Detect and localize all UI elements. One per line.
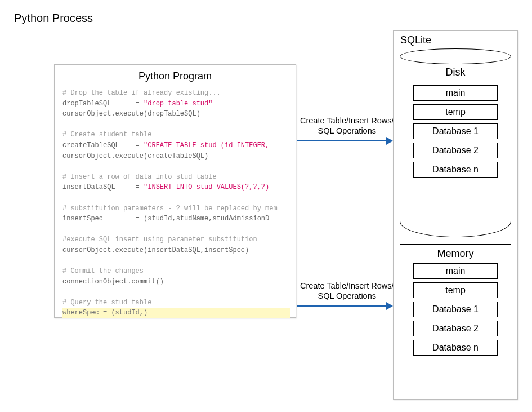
disk-cylinder: Disk maintempDatabase 1Database 2Databas…	[400, 48, 511, 237]
disk-db-box: Database 2	[413, 143, 498, 158]
disk-db-box: main	[413, 85, 498, 101]
arrow-label-memory-l2: SQL Operations	[318, 291, 376, 300]
python-program-title: Python Program	[55, 65, 296, 86]
code-block: # Drop the table if already existing... …	[55, 86, 296, 318]
arrow-label-disk-l1: Create Table/Insert Rows/	[300, 116, 394, 125]
memory-label: Memory	[405, 248, 506, 260]
arrow-label-disk: Create Table/Insert Rows/ SQL Operations	[300, 116, 394, 136]
disk-db-box: Database 1	[413, 123, 498, 139]
memory-db-box: Database 2	[413, 321, 498, 336]
sqlite-panel: SQLite Disk maintempDatabase 1Database 2…	[393, 30, 518, 400]
disk-db-box: Database n	[413, 162, 498, 178]
disk-db-box: temp	[413, 104, 498, 120]
memory-db-box: temp	[413, 282, 498, 298]
python-program-panel: Python Program # Drop the table if alrea…	[54, 64, 296, 318]
arrow-to-memory	[297, 305, 392, 307]
arrow-to-disk	[297, 140, 392, 141]
arrow-label-memory-l1: Create Table/Insert Rows/	[300, 281, 394, 290]
sqlite-title: SQLite	[400, 34, 512, 46]
arrow-label-memory: Create Table/Insert Rows/ SQL Operations	[300, 281, 394, 301]
memory-db-box: Database 1	[413, 302, 498, 317]
memory-db-box: Database n	[413, 340, 498, 356]
memory-panel: Memory maintempDatabase 1Database 2Datab…	[400, 244, 511, 365]
disk-contents: Disk maintempDatabase 1Database 2Databas…	[405, 65, 506, 229]
process-title: Python Process	[14, 12, 519, 25]
cylinder-top	[400, 48, 511, 64]
memory-db-box: main	[413, 263, 498, 279]
process-container: Python Process Python Program # Drop the…	[6, 6, 526, 406]
arrow-label-disk-l2: SQL Operations	[318, 126, 376, 135]
disk-label: Disk	[446, 67, 466, 78]
